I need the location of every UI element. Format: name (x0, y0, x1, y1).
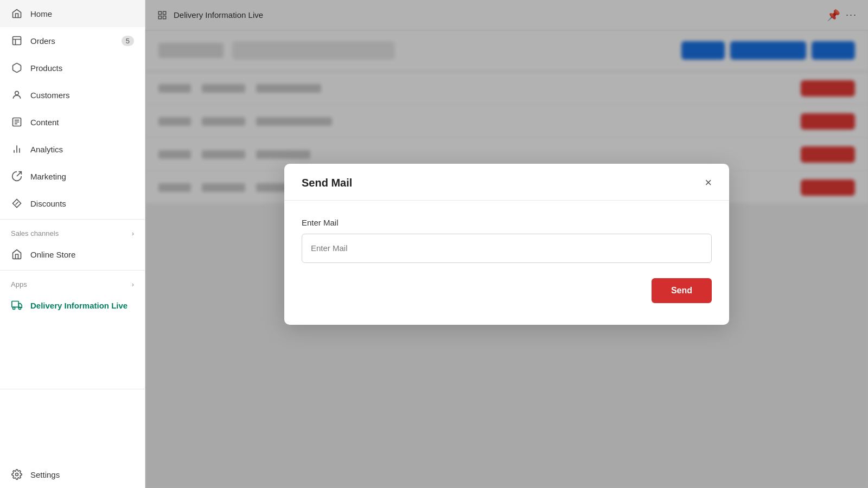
sidebar-item-marketing[interactable]: Marketing (0, 163, 145, 190)
sidebar-item-online-store[interactable]: Online Store (0, 241, 145, 268)
sidebar-item-discounts[interactable]: Discounts (0, 190, 145, 217)
sidebar-item-label: Home (30, 9, 52, 18)
svg-point-1 (15, 91, 19, 95)
sidebar-item-label: Customers (30, 91, 70, 100)
modal-body: Enter Mail Send (284, 201, 729, 325)
orders-icon (11, 35, 23, 47)
sidebar-item-home[interactable]: Home (0, 0, 145, 27)
modal-title: Send Mail (302, 177, 352, 189)
apps-section[interactable]: Apps › (0, 273, 145, 292)
svg-point-5 (18, 307, 21, 309)
modal-overlay: Send Mail × Enter Mail Send (145, 0, 868, 488)
sidebar-item-products[interactable]: Products (0, 54, 145, 81)
sidebar-item-label: Products (30, 63, 62, 73)
modal-close-button[interactable]: × (705, 177, 712, 189)
sales-channels-chevron: › (132, 229, 134, 237)
sidebar-item-label: Discounts (30, 199, 66, 208)
apps-chevron: › (132, 280, 134, 288)
sidebar-item-label: Analytics (30, 145, 63, 154)
modal-footer: Send (302, 263, 712, 303)
marketing-icon (11, 170, 23, 182)
home-icon (11, 8, 23, 20)
svg-point-6 (16, 473, 18, 476)
sidebar-item-label: Orders (30, 36, 55, 46)
sidebar-item-orders[interactable]: Orders 5 (0, 27, 145, 54)
sidebar-item-analytics[interactable]: Analytics (0, 136, 145, 163)
sidebar-item-content[interactable]: Content (0, 108, 145, 136)
content-icon (11, 116, 23, 128)
email-input[interactable] (302, 234, 712, 263)
settings-icon (11, 468, 23, 480)
form-label: Enter Mail (302, 218, 712, 227)
customers-icon (11, 89, 23, 101)
products-icon (11, 62, 23, 74)
delivery-icon (11, 299, 23, 311)
svg-rect-3 (12, 301, 18, 307)
main-content: Delivery Information Live 📌 ··· (145, 0, 868, 488)
svg-point-4 (13, 307, 15, 309)
apps-label: Apps (11, 280, 27, 288)
discounts-icon (11, 197, 23, 209)
analytics-icon (11, 143, 23, 155)
svg-rect-0 (13, 37, 21, 45)
sidebar-item-delivery[interactable]: Delivery Information Live (0, 292, 145, 319)
sidebar-item-label: Online Store (30, 250, 75, 259)
sidebar: Home Orders 5 Products Customers Content (0, 0, 145, 488)
sidebar-item-settings[interactable]: Settings (0, 461, 145, 488)
sales-channels-label: Sales channels (11, 229, 59, 237)
send-button[interactable]: Send (652, 278, 712, 303)
sidebar-item-label: Settings (30, 470, 60, 479)
sidebar-item-label: Delivery Information Live (30, 301, 127, 310)
sidebar-item-label: Content (30, 118, 59, 127)
send-mail-modal: Send Mail × Enter Mail Send (284, 164, 729, 325)
sidebar-item-customers[interactable]: Customers (0, 81, 145, 108)
orders-badge: 5 (122, 36, 134, 46)
sales-channels-section[interactable]: Sales channels › (0, 222, 145, 241)
modal-header: Send Mail × (284, 164, 729, 201)
sidebar-item-label: Marketing (30, 172, 66, 181)
online-store-icon (11, 248, 23, 260)
